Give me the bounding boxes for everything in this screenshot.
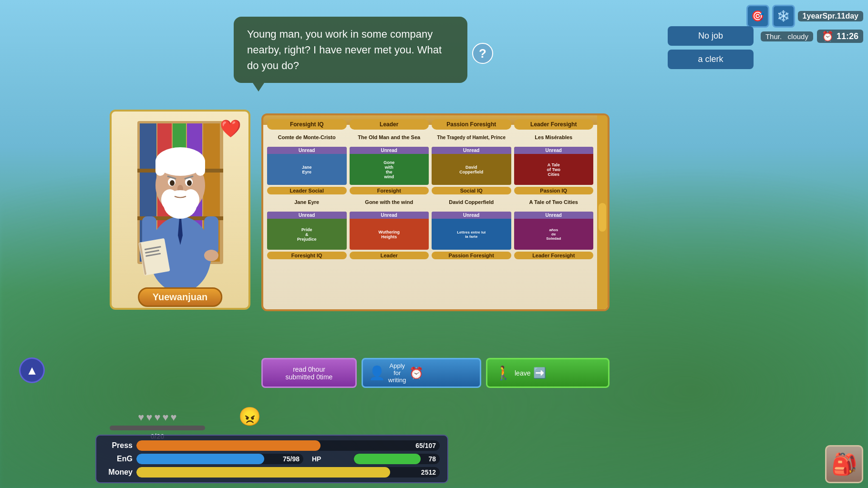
book-card-5[interactable]: 0% Unread Gonewiththewind Foresight Gone…: [350, 147, 429, 209]
money-bar: 2512: [136, 467, 440, 478]
book-2-tag: Passion Foresight: [432, 119, 511, 130]
game-date: 1yearSpr.11day: [798, 11, 863, 21]
svg-point-24: [182, 189, 199, 210]
book-card-6[interactable]: 0% Unread DavidCopperfield Social IQ Dav…: [432, 147, 511, 209]
apply-writing-button[interactable]: 👤 Apply for writing ⏰: [362, 358, 481, 388]
book-5-title: Gone with the wind: [365, 195, 413, 209]
money-value: 2512: [421, 468, 436, 476]
press-value: 65/107: [415, 442, 436, 449]
svg-rect-13: [155, 157, 165, 176]
navigation-button[interactable]: ▲: [19, 357, 45, 383]
dialog-option-no-job[interactable]: No job: [668, 26, 754, 46]
svg-rect-14: [196, 157, 205, 176]
backpack-button[interactable]: 🎒: [825, 445, 863, 483]
book-card-9[interactable]: 0% Unread WutheringHeights Leader: [350, 212, 429, 259]
book-0-title: Comte de Monte-Cristo: [278, 131, 336, 144]
book-6-attr: Social IQ: [432, 187, 511, 194]
book-card-1[interactable]: Leader The Old Man and the Sea: [350, 119, 429, 144]
book-4-title: Jane Eyre: [294, 195, 319, 209]
library-scrollbar[interactable]: [597, 115, 608, 309]
heart-icon: ❤️: [220, 119, 241, 139]
angry-face: 😠: [238, 406, 261, 427]
weather-display: Thur. cloudy: [761, 31, 813, 41]
book-grid: Foresight IQ Comte de Monte-Cristo Leade…: [263, 115, 608, 263]
hp-value: 78: [428, 455, 436, 463]
dialog-option-clerk[interactable]: a clerk: [668, 50, 754, 69]
eng-value: 75/98: [283, 455, 300, 463]
book-6-title: David Copperfield: [449, 195, 494, 209]
press-bar-fill: [136, 440, 320, 451]
book-10-unread: Unread: [432, 212, 511, 219]
character-image: ❤️: [112, 112, 248, 293]
apply-label: Apply for writing: [388, 362, 406, 384]
eng-stat-row: EnG 75/98 HP 78: [104, 454, 440, 464]
hp-bar-fill: [354, 454, 421, 464]
press-stat-row: Press 65/107: [104, 440, 440, 451]
money-stat-row: Money 2512: [104, 467, 440, 478]
character-panel: ❤️: [110, 110, 250, 310]
book-7-unread: Unread: [514, 147, 594, 154]
clock-icon: ⏰: [822, 30, 834, 42]
book-card-2[interactable]: Passion Foresight The Tragedy of Hamlet,…: [432, 119, 511, 144]
svg-point-28: [204, 250, 218, 261]
book-7-title: A Tale of Two Cities: [529, 195, 578, 209]
book-1-title: The Old Man and the Sea: [358, 131, 420, 144]
hp-bar: 78: [354, 454, 440, 464]
svg-point-17: [170, 180, 175, 186]
heart-1: ♥: [138, 411, 144, 424]
book-9-attr: Leader: [350, 252, 429, 259]
target-icon-button[interactable]: 🎯: [746, 5, 769, 28]
book-card-10[interactable]: 0% Unread Lettres entre luila farte Pass…: [432, 212, 511, 259]
book-2-title: The Tragedy of Hamlet, Prince: [437, 131, 506, 144]
book-card-3[interactable]: Leader Foresight Les Misérables: [514, 119, 594, 144]
book-card-7[interactable]: 0% Unread A Taleof TwoCities Passion IQ …: [514, 147, 594, 209]
book-card-8[interactable]: 0% Unread Pride&Prejudice Foresight IQ: [267, 212, 347, 259]
character-svg: [123, 112, 238, 293]
press-label: Press: [104, 441, 133, 450]
eng-label: EnG: [104, 455, 133, 463]
money-bar-fill: [136, 467, 390, 478]
heart-4: ♥: [163, 411, 169, 424]
apply-icon: 👤: [369, 365, 385, 381]
svg-point-23: [161, 189, 178, 210]
clock-apply-icon: ⏰: [409, 366, 424, 380]
dialog-options: No job a clerk: [668, 26, 754, 69]
book-5-attr: Foresight: [350, 187, 429, 194]
hearts-row: ♥ ♥ ♥ ♥ ♥: [138, 411, 176, 424]
book-3-title: Les Misérables: [535, 131, 572, 144]
settings-icon-button[interactable]: ❄️: [772, 5, 795, 28]
book-card-11[interactable]: 0% Unread añosdeSoledad Leader Foresight: [514, 212, 594, 259]
book-8-attr: Foresight IQ: [267, 252, 347, 259]
read-button[interactable]: read 0hour submitted 0time: [261, 358, 357, 388]
time-display: ⏰ 11:26: [817, 30, 863, 43]
book-10-attr: Passion Foresight: [432, 252, 511, 259]
heart-3: ♥: [154, 411, 160, 424]
scroll-thumb: [599, 203, 606, 232]
svg-rect-26: [204, 216, 218, 254]
book-1-tag: Leader: [350, 119, 429, 130]
book-card-4[interactable]: 0% Unread JaneEyre Leader Social Jane Ey…: [267, 147, 347, 209]
leave-button[interactable]: 🚶 leave ➡️: [486, 358, 610, 388]
question-mark-button[interactable]: ?: [472, 43, 493, 64]
book-4-unread: Unread: [267, 147, 347, 154]
read-label-line1: read 0hour: [270, 366, 348, 373]
character-hp-bar: [110, 426, 205, 430]
hp-label: HP: [312, 455, 350, 463]
leave-label: leave: [515, 369, 530, 377]
speech-bubble: Young man, you work in some company near…: [234, 17, 467, 83]
speech-text: Young man, you work in some company near…: [247, 28, 442, 71]
book-8-unread: Unread: [267, 212, 347, 219]
book-11-unread: Unread: [514, 212, 594, 219]
book-7-attr: Passion IQ: [514, 187, 594, 194]
book-5-unread: Unread: [350, 147, 429, 154]
eng-bar: 75/98: [136, 454, 303, 464]
press-bar: 65/107: [136, 440, 440, 451]
book-3-tag: Leader Foresight: [514, 119, 594, 130]
book-card-0[interactable]: Foresight IQ Comte de Monte-Cristo: [267, 119, 347, 144]
heart-5: ♥: [171, 411, 177, 424]
svg-point-18: [187, 180, 192, 186]
book-4-attr: Leader Social: [267, 187, 347, 194]
hud: 🎯 ❄️ 1yearSpr.11day Thur. cloudy ⏰ 11:26: [746, 5, 863, 43]
read-label-line2: submitted 0time: [270, 373, 348, 381]
book-9-unread: Unread: [350, 212, 429, 219]
